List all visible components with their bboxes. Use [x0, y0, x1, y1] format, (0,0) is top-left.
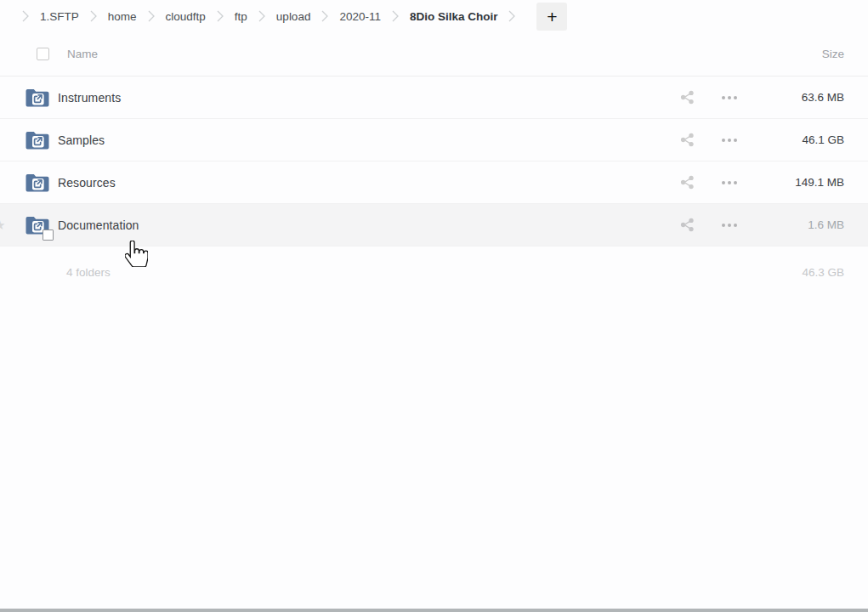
file-name: Samples — [58, 133, 105, 147]
share-icon[interactable] — [678, 88, 696, 106]
mounted-folder-icon — [26, 88, 49, 108]
more-options-icon[interactable] — [720, 135, 739, 145]
list-header: Name Size — [0, 32, 868, 76]
favorite-star-icon[interactable]: ★ — [0, 218, 5, 230]
share-icon[interactable] — [678, 173, 696, 191]
chevron-right-icon — [321, 9, 328, 23]
list-summary: 4 folders 46.3 GB — [0, 246, 868, 298]
file-name: Resources — [58, 176, 116, 190]
new-item-button[interactable]: + — [536, 3, 567, 31]
more-options-icon[interactable] — [720, 220, 739, 230]
chevron-right-icon — [392, 9, 399, 23]
share-icon[interactable] — [678, 216, 696, 234]
selection-drag-box — [43, 230, 54, 241]
chevron-right-icon — [508, 9, 515, 23]
chevron-right-icon — [90, 9, 97, 23]
chevron-right-icon — [148, 9, 155, 23]
breadcrumb-item-home[interactable]: home — [108, 10, 137, 23]
chevron-right-icon — [22, 9, 29, 23]
mounted-folder-icon — [26, 173, 49, 193]
breadcrumb-item-upload[interactable]: upload — [276, 10, 311, 23]
breadcrumb: 1.SFTP home cloudftp ftp upload 2020-11 … — [0, 0, 868, 32]
total-size: 46.3 GB — [802, 266, 844, 279]
file-size: 46.1 GB — [739, 133, 844, 146]
more-options-icon[interactable] — [720, 178, 739, 188]
breadcrumb-item-2020-11[interactable]: 2020-11 — [339, 10, 381, 23]
file-size: 149.1 MB — [739, 176, 844, 189]
file-list: Instruments 63.6 MB — [0, 76, 868, 246]
breadcrumb-item-sftp[interactable]: 1.SFTP — [40, 10, 79, 23]
mounted-folder-icon — [26, 215, 49, 235]
share-icon[interactable] — [678, 131, 696, 149]
folder-count: 4 folders — [66, 266, 111, 279]
column-header-name[interactable]: Name — [67, 48, 98, 60]
breadcrumb-item-ftp[interactable]: ftp — [235, 10, 247, 23]
file-name: Documentation — [58, 218, 139, 232]
file-size: 1.6 MB — [739, 218, 844, 231]
breadcrumb-item-cloudftp[interactable]: cloudftp — [166, 10, 206, 23]
chevron-right-icon — [258, 9, 265, 23]
table-row-resources[interactable]: Resources 149.1 MB — [0, 162, 868, 204]
window-bottom-edge — [0, 609, 868, 612]
mounted-folder-icon — [26, 130, 49, 150]
select-all-checkbox[interactable] — [37, 48, 49, 60]
table-row-samples[interactable]: Samples 46.1 GB — [0, 119, 868, 162]
more-options-icon[interactable] — [720, 93, 739, 103]
table-row-instruments[interactable]: Instruments 63.6 MB — [0, 76, 868, 119]
file-size: 63.6 MB — [739, 91, 844, 104]
chevron-right-icon — [217, 9, 224, 23]
column-header-size[interactable]: Size — [822, 48, 844, 60]
table-row-documentation[interactable]: ★ Documentation — [0, 204, 868, 246]
file-name: Instruments — [58, 91, 121, 105]
breadcrumb-item-current: 8Dio Silka Choir — [410, 10, 498, 23]
